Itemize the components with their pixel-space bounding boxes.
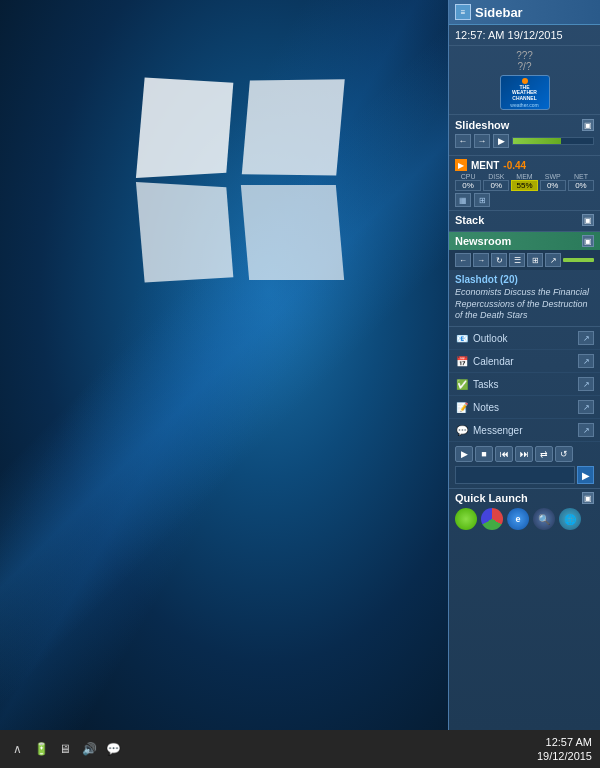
news-article[interactable]: Slashdot (20) Economists Discuss the Fin… [449,270,600,326]
news-back-button[interactable]: ← [455,253,471,267]
widget-clock: 12:57: AM 19/12/2015 [449,25,600,46]
sidebar-header: ≡ Sidebar [449,0,600,25]
windows-logo-tr [242,79,345,175]
slideshow-label: Slideshow [455,119,509,131]
player-play-button[interactable]: ▶ [455,446,473,462]
quicklaunch-earth-icon[interactable]: 🌐 [559,508,581,530]
app-item-notes[interactable]: 📝 Notes ↗ [449,396,600,419]
outlook-action-icon[interactable]: ↗ [578,331,594,345]
news-share-button[interactable]: ↗ [545,253,561,267]
player-search: ▶ [455,466,594,484]
news-bookmark-button[interactable]: ⊞ [527,253,543,267]
app-item-notes-left: 📝 Notes [455,400,499,414]
widget-quicklaunch: Quick Launch ▣ e 🔍 🌐 [449,489,600,533]
taskbar-time: 12:57 AM [537,735,592,749]
quicklaunch-green-icon[interactable] [455,508,477,530]
app-item-outlook[interactable]: 📧 Outlook ↗ [449,327,600,350]
stat-mem: MEM 55% [511,173,537,191]
ment-arrow-icon: ▶ [455,159,467,171]
player-repeat-button[interactable]: ↺ [555,446,573,462]
ment-icon-row: ▦ ⊞ [455,193,594,207]
quicklaunch-icons: e 🔍 🌐 [455,508,594,530]
player-stop-button[interactable]: ■ [475,446,493,462]
stat-disk-label: DISK [483,173,509,180]
weather-site: weather.com [510,102,538,108]
tasks-action-icon[interactable]: ↗ [578,377,594,391]
stat-swp: SWP 0% [540,173,566,191]
quicklaunch-chrome-icon[interactable] [481,508,503,530]
taskbar-clock[interactable]: 12:57 AM 19/12/2015 [537,735,592,764]
taskbar-chevron-icon[interactable]: ∧ [8,740,26,758]
taskbar: ∧ 🔋 🖥 🔊 💬 12:57 AM 19/12/2015 [0,730,600,768]
newsroom-settings-icon[interactable]: ▣ [582,235,594,247]
weather-channel-text: THEWEATHERCHANNEL [512,85,537,102]
widget-player: ▶ ■ ⏮ ⏭ ⇄ ↺ ▶ [449,442,600,489]
widget-ment: ▶ MENT -0.44 CPU 0% DISK 0% MEM 55% SWP … [449,156,600,211]
quicklaunch-ie-icon[interactable]: e [507,508,529,530]
stat-cpu-value: 0% [455,180,481,191]
slideshow-settings-icon[interactable]: ▣ [582,119,594,131]
widget-newsroom: Newsroom ▣ ← → ↻ ☰ ⊞ ↗ Slashdot (20) Eco… [449,232,600,327]
app-item-tasks[interactable]: ✅ Tasks ↗ [449,373,600,396]
news-source: Slashdot (20) [455,274,594,285]
quicklaunch-search-icon[interactable]: 🔍 [533,508,555,530]
slideshow-prev-button[interactable]: ← [455,134,471,148]
sidebar-title: Sidebar [475,5,523,20]
ment-icon-2[interactable]: ⊞ [474,193,490,207]
quicklaunch-label: Quick Launch [455,492,528,504]
notes-icon: 📝 [455,400,469,414]
player-search-input[interactable] [455,466,575,484]
ment-icon-1[interactable]: ▦ [455,193,471,207]
stat-net: NET 0% [568,173,594,191]
player-prev-button[interactable]: ⏮ [495,446,513,462]
taskbar-speaker-icon[interactable]: 🔊 [80,740,98,758]
widget-weather[interactable]: ??? ?/? THEWEATHERCHANNEL weather.com [449,46,600,115]
windows-logo-tl [136,78,233,178]
quicklaunch-header: Quick Launch ▣ [455,492,594,504]
newsroom-title: Newsroom [455,235,511,247]
app-name-notes: Notes [473,402,499,413]
weather-dot [522,78,528,84]
news-headline: Economists Discuss the Financial Repercu… [455,287,594,322]
calendar-action-icon[interactable]: ↗ [578,354,594,368]
news-list-button[interactable]: ☰ [509,253,525,267]
windows-logo-br [241,185,344,280]
stat-cpu-label: CPU [455,173,481,180]
app-item-calendar[interactable]: 📅 Calendar ↗ [449,350,600,373]
slideshow-play-button[interactable]: ▶ [493,134,509,148]
taskbar-message-icon[interactable]: 💬 [104,740,122,758]
app-item-messenger[interactable]: 💬 Messenger ↗ [449,419,600,442]
player-next-button[interactable]: ⏭ [515,446,533,462]
news-forward-button[interactable]: → [473,253,489,267]
weather-unknown-line2: ?/? [518,61,532,72]
app-name-tasks: Tasks [473,379,499,390]
messenger-action-icon[interactable]: ↗ [578,423,594,437]
desktop [0,0,448,730]
outlook-icon: 📧 [455,331,469,345]
app-item-tasks-left: ✅ Tasks [455,377,499,391]
stack-label: Stack [455,214,484,226]
ment-value: -0.44 [503,160,526,171]
player-go-button[interactable]: ▶ [577,466,594,484]
weather-channel-logo[interactable]: THEWEATHERCHANNEL weather.com [500,75,550,110]
app-name-messenger: Messenger [473,425,522,436]
stat-net-label: NET [568,173,594,180]
stat-swp-label: SWP [540,173,566,180]
player-shuffle-button[interactable]: ⇄ [535,446,553,462]
widget-stack: Stack ▣ [449,211,600,232]
app-name-outlook: Outlook [473,333,507,344]
ment-title: MENT [471,160,499,171]
slideshow-progress-bar [513,138,561,144]
slideshow-next-button[interactable]: → [474,134,490,148]
sidebar: ≡ Sidebar 12:57: AM 19/12/2015 ??? ?/? T… [448,0,600,730]
player-controls: ▶ ■ ⏮ ⏭ ⇄ ↺ [455,446,594,462]
quicklaunch-settings-icon[interactable]: ▣ [582,492,594,504]
stack-settings-icon[interactable]: ▣ [582,214,594,226]
stat-mem-label: MEM [511,173,537,180]
taskbar-monitor-icon[interactable]: 🖥 [56,740,74,758]
taskbar-battery-icon[interactable]: 🔋 [32,740,50,758]
news-refresh-button[interactable]: ↻ [491,253,507,267]
taskbar-date: 19/12/2015 [537,749,592,763]
notes-action-icon[interactable]: ↗ [578,400,594,414]
calendar-icon: 📅 [455,354,469,368]
